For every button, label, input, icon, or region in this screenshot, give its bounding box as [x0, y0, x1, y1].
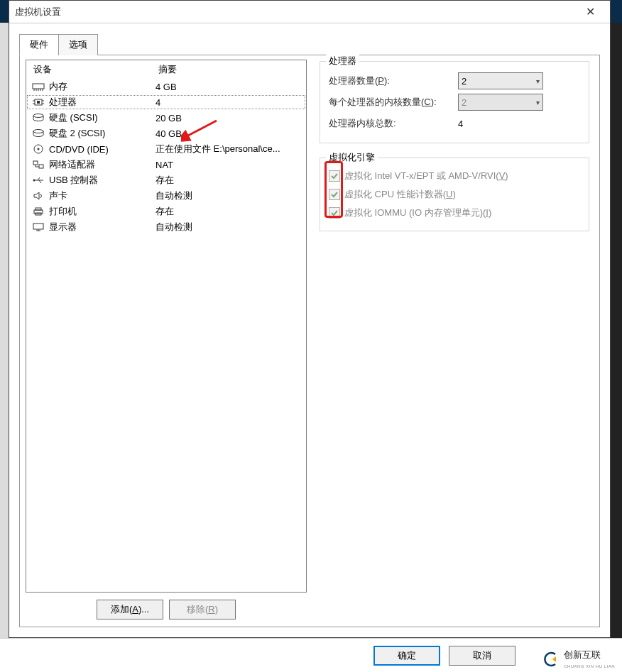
vt-checkbox[interactable] — [329, 170, 340, 182]
cpu-icon — [31, 97, 46, 108]
cancel-button-label: 取消 — [473, 649, 491, 662]
tabs: 硬件 选项 — [19, 34, 600, 55]
tab-hardware[interactable]: 硬件 — [19, 34, 59, 55]
cancel-button[interactable]: 取消 — [449, 646, 515, 666]
watermark: 创新互联 CHUANG XIN HU LIAN — [540, 647, 618, 671]
vt-label: 虚拟化 Intel VT-x/EPT 或 AMD-V/RVI(V) — [344, 170, 508, 182]
dialog-client: 硬件 选项 设备 摘要 内存4 GB处理器4硬盘 (SCSI)20 GB硬盘 2… — [9, 23, 610, 637]
tab-hardware-label: 硬件 — [30, 39, 48, 50]
add-button[interactable]: 添加(A)... — [97, 600, 163, 619]
device-name: 显示器 — [49, 221, 156, 233]
iommu-checkbox[interactable] — [329, 207, 340, 219]
perf-row: 虚拟化 CPU 性能计数器(U) — [329, 185, 580, 204]
device-row[interactable]: 显示器自动检测 — [26, 219, 306, 235]
device-summary: 4 GB — [156, 82, 302, 92]
chevron-down-icon: ▾ — [536, 77, 540, 85]
tab-options-label: 选项 — [69, 39, 87, 50]
device-row[interactable]: 声卡自动检测 — [26, 188, 306, 204]
proc-count-value: 2 — [462, 76, 466, 87]
total-cores-label: 处理器内核总数: — [329, 117, 458, 130]
dialog-footer: 确定 取消 — [0, 638, 622, 672]
tab-options[interactable]: 选项 — [58, 34, 98, 55]
device-summary: 正在使用文件 E:\personal\ce... — [156, 143, 302, 155]
perf-label: 虚拟化 CPU 性能计数器(U) — [344, 188, 456, 201]
device-row[interactable]: 硬盘 (SCSI)20 GB — [26, 110, 306, 126]
right-pane: 处理器 处理器数量(P): 2 ▾ 每个处理器的内核数量(C): — [310, 55, 599, 627]
titlebar: 虚拟机设置 ✕ — [9, 1, 610, 23]
total-cores-value: 4 — [458, 119, 580, 129]
tab-content: 设备 摘要 内存4 GB处理器4硬盘 (SCSI)20 GB硬盘 2 (SCSI… — [19, 55, 600, 627]
svg-point-15 — [38, 148, 40, 150]
net-icon — [31, 159, 46, 170]
device-row[interactable]: 打印机存在 — [26, 204, 306, 219]
col-device: 设备 — [33, 63, 158, 76]
svg-rect-21 — [36, 208, 41, 210]
chevron-down-icon: ▾ — [536, 99, 540, 106]
cores-per-proc-select[interactable]: 2 ▾ — [458, 94, 543, 111]
device-summary: 自动检测 — [156, 189, 302, 202]
ok-button-label: 确定 — [398, 649, 416, 662]
device-list-header: 设备 摘要 — [26, 60, 306, 79]
device-summary: 存在 — [156, 174, 302, 187]
proc-count-label: 处理器数量(P): — [329, 75, 458, 87]
virt-engine-title: 虚拟化引擎 — [326, 151, 378, 164]
vt-row: 虚拟化 Intel VT-x/EPT 或 AMD-V/RVI(V) — [329, 167, 580, 185]
svg-rect-23 — [33, 224, 43, 229]
device-name: 硬盘 (SCSI) — [49, 111, 156, 124]
remove-button-label: 移除(R) — [187, 603, 218, 616]
check-icon — [330, 172, 339, 180]
device-name: 处理器 — [49, 96, 156, 109]
memory-icon — [31, 81, 46, 92]
device-row[interactable]: USB 控制器存在 — [26, 172, 306, 188]
close-button[interactable]: ✕ — [576, 1, 604, 23]
processor-group-title: 处理器 — [326, 55, 359, 67]
device-row[interactable]: 内存4 GB — [26, 79, 306, 94]
left-pane: 设备 摘要 内存4 GB处理器4硬盘 (SCSI)20 GB硬盘 2 (SCSI… — [20, 55, 310, 627]
ok-button[interactable]: 确定 — [373, 646, 440, 666]
device-list: 设备 摘要 内存4 GB处理器4硬盘 (SCSI)20 GB硬盘 2 (SCSI… — [26, 60, 307, 593]
sound-icon — [31, 190, 46, 202]
svg-rect-16 — [33, 161, 38, 165]
device-summary: 40 GB — [156, 128, 302, 139]
cd-icon — [31, 143, 46, 155]
col-summary: 摘要 — [158, 63, 299, 76]
printer-icon — [31, 206, 46, 217]
device-row[interactable]: 处理器4 — [26, 94, 306, 110]
device-row[interactable]: CD/DVD (IDE)正在使用文件 E:\personal\ce... — [26, 141, 306, 157]
vm-settings-dialog: 虚拟机设置 ✕ 硬件 选项 设备 摘要 内存4 GB处理器4硬盘 (SCSI)2… — [9, 0, 611, 638]
watermark-sub: CHUANG XIN HU LIAN — [564, 664, 615, 668]
device-summary: 20 GB — [156, 113, 302, 123]
proc-count-select[interactable]: 2 ▾ — [458, 72, 543, 89]
iommu-row: 虚拟化 IOMMU (IO 内存管理单元)(I) — [329, 204, 580, 222]
device-row[interactable]: 网络适配器NAT — [26, 157, 306, 172]
cores-per-proc-value: 2 — [462, 97, 466, 108]
add-button-label: 添加(A)... — [111, 603, 149, 616]
proc-count-field: 处理器数量(P): 2 ▾ — [329, 70, 580, 92]
device-name: 打印机 — [49, 205, 156, 218]
device-row[interactable]: 硬盘 2 (SCSI)40 GB — [26, 126, 306, 141]
total-cores-field: 处理器内核总数: 4 — [329, 113, 580, 134]
hdd-icon — [31, 128, 46, 139]
device-name: 声卡 — [49, 189, 156, 202]
device-summary: 自动检测 — [156, 221, 302, 233]
close-icon: ✕ — [586, 5, 595, 18]
virt-engine-group: 虚拟化引擎 虚拟化 Intel VT-x/EPT 或 AMD-V/RVI(V) … — [320, 158, 589, 231]
display-icon — [31, 221, 46, 233]
device-summary: 4 — [156, 97, 302, 108]
check-icon — [330, 209, 339, 217]
svg-point-13 — [33, 130, 43, 133]
hdd-icon — [31, 112, 46, 123]
processor-group: 处理器 处理器数量(P): 2 ▾ 每个处理器的内核数量(C): — [320, 61, 589, 143]
svg-rect-0 — [33, 84, 44, 89]
device-name: 网络适配器 — [49, 158, 156, 171]
device-buttons: 添加(A)... 移除(R) — [23, 600, 310, 619]
remove-button[interactable]: 移除(R) — [169, 600, 236, 619]
svg-rect-17 — [39, 165, 43, 168]
device-name: 硬盘 2 (SCSI) — [49, 127, 156, 140]
cores-per-proc-label: 每个处理器的内核数量(C): — [329, 96, 458, 109]
perf-checkbox[interactable] — [329, 189, 340, 200]
iommu-label: 虚拟化 IOMMU (IO 内存管理单元)(I) — [344, 206, 491, 219]
device-name: USB 控制器 — [49, 174, 156, 187]
check-icon — [330, 190, 339, 199]
watermark-logo-icon — [542, 651, 561, 667]
